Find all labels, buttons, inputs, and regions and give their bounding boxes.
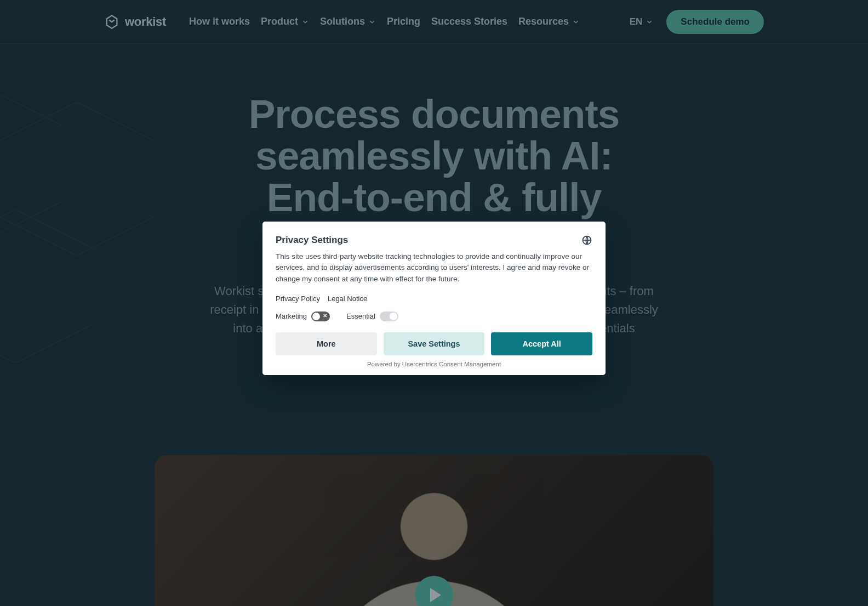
modal-button-row: More Save Settings Accept All xyxy=(276,332,592,355)
modal-header: Privacy Settings xyxy=(276,235,592,246)
save-settings-button[interactable]: Save Settings xyxy=(384,332,485,355)
marketing-toggle-group: Marketing ✕ xyxy=(276,312,330,321)
modal-toggles: Marketing ✕ Essential xyxy=(276,312,592,321)
usercentrics-link[interactable]: Usercentrics Consent Management xyxy=(402,361,501,367)
modal-title: Privacy Settings xyxy=(276,235,348,246)
essential-toggle-label: Essential xyxy=(346,312,375,320)
privacy-policy-link[interactable]: Privacy Policy xyxy=(276,294,320,303)
modal-footer: Powered by Usercentrics Consent Manageme… xyxy=(276,361,592,367)
toggle-x-icon: ✕ xyxy=(323,313,327,319)
essential-toggle xyxy=(380,312,398,321)
more-button[interactable]: More xyxy=(276,332,377,355)
modal-description: This site uses third-party website track… xyxy=(276,251,592,285)
toggle-knob xyxy=(390,313,397,320)
powered-by-text: Powered by xyxy=(367,361,402,367)
essential-toggle-group: Essential xyxy=(346,312,398,321)
toggle-knob xyxy=(312,313,320,320)
modal-links: Privacy Policy Legal Notice xyxy=(276,294,592,303)
marketing-toggle-label: Marketing xyxy=(276,312,307,320)
accept-all-button[interactable]: Accept All xyxy=(491,332,592,355)
privacy-settings-modal: Privacy Settings This site uses third-pa… xyxy=(262,222,606,375)
globe-icon[interactable] xyxy=(581,235,592,246)
legal-notice-link[interactable]: Legal Notice xyxy=(328,294,367,303)
marketing-toggle[interactable]: ✕ xyxy=(311,312,330,321)
